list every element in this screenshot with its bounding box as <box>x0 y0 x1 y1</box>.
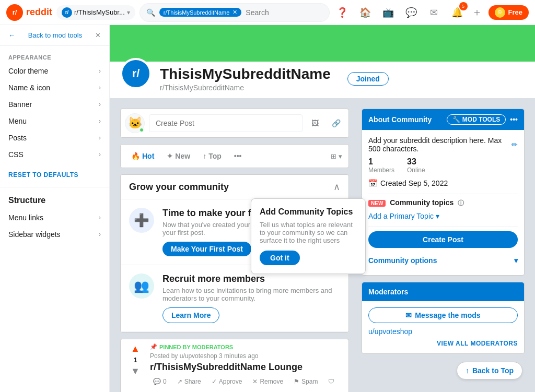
layout-toggle[interactable]: ⊞ ▾ <box>331 152 342 160</box>
mod-tools-sidebar: ← Back to mod tools ✕ Appearance Color t… <box>0 0 110 392</box>
spam-icon: ⚑ <box>294 378 299 385</box>
recruit-title: Recruit more members <box>162 274 340 284</box>
mod-tools-button[interactable]: 🔧 MOD TOOLS <box>447 114 506 125</box>
sort-hot-button[interactable]: 🔥 Hot <box>127 149 158 163</box>
chevron-down-icon: ▾ <box>514 256 518 265</box>
downvote-button[interactable]: ▼ <box>131 366 140 377</box>
upvote-button[interactable]: ▲ <box>131 343 140 354</box>
wrench-icon: 🔧 <box>452 116 460 123</box>
comment-icon: 💬 <box>153 378 161 385</box>
about-card-header-right: 🔧 MOD TOOLS ••• <box>447 114 518 125</box>
sort-new-button[interactable]: ✦ New <box>162 149 194 163</box>
user-avatar-wrap: 🐱 <box>125 113 145 133</box>
got-it-button[interactable]: Got it <box>260 251 300 265</box>
remove-icon: ✕ <box>252 378 258 385</box>
sidebar-item-name-icon[interactable]: Name & icon › <box>0 79 109 96</box>
arrow-up-icon: ↑ <box>466 366 469 375</box>
nav-icon-message[interactable]: ✉ <box>426 4 443 21</box>
nav-free-button[interactable]: © Free <box>489 5 529 20</box>
make-first-post-button[interactable]: Make Your First Post <box>162 242 251 256</box>
chevron-right-icon: › <box>99 134 101 141</box>
nav-icon-question[interactable]: ❓ <box>334 4 351 21</box>
hot-icon: 🔥 <box>131 152 140 160</box>
back-to-mod-tools[interactable]: ← Back to mod tools ✕ <box>0 25 109 46</box>
about-divider-2 <box>368 227 518 227</box>
edit-description-icon[interactable]: ✏ <box>511 140 518 149</box>
nav-icon-notifications[interactable]: 🔔 5 <box>449 4 466 21</box>
create-post-input[interactable] <box>149 114 303 132</box>
chevron-right-icon: › <box>99 67 101 75</box>
chevron-right-icon: › <box>99 151 101 158</box>
create-post-image-icon[interactable]: 🖼 <box>307 115 323 132</box>
sort-top-button[interactable]: ↑ Top <box>199 149 226 163</box>
subreddit-nav-dropdown[interactable]: r/ r/ThisisMySubr... ▾ <box>56 5 135 20</box>
about-description: Add your subreddit description here. Max… <box>368 136 518 153</box>
sidebar-item-menu[interactable]: Menu › <box>0 113 109 129</box>
subreddit-info: ThisisMySubredditName r/ThisisMySubreddi… <box>160 66 331 92</box>
nav-icon-tv[interactable]: 📺 <box>380 4 397 21</box>
chevron-down-icon: ▾ <box>339 152 342 160</box>
about-community-card: About Community 🔧 MOD TOOLS ••• Add your… <box>362 109 525 276</box>
calendar-icon: 📅 <box>368 179 377 187</box>
about-created-date: 📅 Created Sep 5, 2022 <box>368 179 518 187</box>
community-options-row[interactable]: Community options ▾ <box>368 252 518 269</box>
info-icon: ⓘ <box>458 199 464 207</box>
community-topics-row: NEW Community topics ⓘ <box>368 198 518 208</box>
remove-button[interactable]: ✕ Remove <box>249 376 286 387</box>
joined-button[interactable]: Joined <box>347 72 389 86</box>
learn-more-button[interactable]: Learn More <box>162 307 219 323</box>
search-bar[interactable]: 🔍 r/ThisisMySubredditName ✕ <box>139 3 330 22</box>
sidebar-item-css[interactable]: CSS › <box>0 146 109 163</box>
sidebar-item-menu-links[interactable]: Menu links › <box>0 209 109 226</box>
reddit-logo[interactable]: r/ reddit <box>6 4 52 21</box>
pinned-indicator: 📌 PINNED BY MODERATORS <box>150 343 344 350</box>
subreddit-nav-icon: r/ <box>62 7 72 18</box>
post-title[interactable]: r/ThisisMySubredditName Lounge <box>150 362 344 373</box>
premium-icon: © <box>495 7 505 18</box>
search-input[interactable] <box>246 8 322 17</box>
sidebar-item-banner[interactable]: Banner › <box>0 96 109 113</box>
chevron-down-icon: ▾ <box>127 9 130 16</box>
top-nav: r/ reddit r/ r/ThisisMySubr... ▾ 🔍 r/Thi… <box>0 0 535 25</box>
chevron-right-icon: › <box>99 214 101 221</box>
spam-button[interactable]: ⚑ Spam <box>290 376 321 387</box>
chevron-right-icon: › <box>99 84 101 91</box>
view-all-moderators-link[interactable]: VIEW ALL MODERATORS <box>368 340 518 347</box>
grow-card-title: Grow your community <box>129 182 229 193</box>
subreddit-title: ThisisMySubredditName <box>160 66 331 82</box>
first-post-icon: ➕ <box>129 208 154 233</box>
shield-icon: 🛡 <box>328 378 334 385</box>
create-post-sidebar-button[interactable]: Create Post <box>368 231 518 248</box>
message-mods-button[interactable]: ✉ Message the mods <box>368 307 518 323</box>
create-post-link-icon[interactable]: 🔗 <box>328 115 344 132</box>
top-icon: ↑ <box>203 152 206 160</box>
close-icon[interactable]: ✕ <box>95 31 101 39</box>
new-icon: ✦ <box>167 152 173 160</box>
about-card-more-icon[interactable]: ••• <box>510 115 518 124</box>
reset-to-defaults-button[interactable]: RESET TO DEFAULTS <box>0 163 109 187</box>
sidebar-item-color-theme[interactable]: Color theme › <box>0 63 109 79</box>
nav-add-button[interactable]: ＋ <box>472 5 482 19</box>
share-button[interactable]: ↗ Share <box>174 376 204 387</box>
nav-icon-chat[interactable]: 💬 <box>403 4 420 21</box>
sort-more-button[interactable]: ••• <box>230 149 246 163</box>
shield-button[interactable]: 🛡 <box>325 376 338 387</box>
subreddit-header: r/ ThisisMySubredditName r/ThisisMySubre… <box>110 62 535 98</box>
back-to-top-button[interactable]: ↑ Back to Top <box>457 362 522 379</box>
appearance-section-title: Appearance <box>0 46 109 63</box>
recruit-desc: Learn how to use invitations to bring mo… <box>162 287 340 302</box>
grow-card-collapse-icon[interactable]: ∧ <box>333 181 340 193</box>
tooltip-title: Add Community Topics <box>260 207 357 217</box>
about-card-body: Add your subreddit description here. Max… <box>362 130 524 275</box>
approve-icon: ✓ <box>212 378 217 385</box>
search-tab-close[interactable]: ✕ <box>232 9 237 16</box>
comment-button[interactable]: 💬 0 <box>150 376 170 387</box>
sidebar-item-sidebar-widgets[interactable]: Sidebar widgets › <box>0 226 109 243</box>
mod-user-link[interactable]: u/upvoteshop <box>368 327 518 336</box>
add-primary-topic[interactable]: Add a Primary Topic ▾ <box>368 212 518 220</box>
recruit-content: Recruit more members Learn how to use in… <box>162 274 340 323</box>
subreddit-banner <box>110 25 535 62</box>
approve-button[interactable]: ✓ Approve <box>208 376 246 387</box>
nav-icon-home[interactable]: 🏠 <box>357 4 374 21</box>
sidebar-item-posts[interactable]: Posts › <box>0 129 109 146</box>
